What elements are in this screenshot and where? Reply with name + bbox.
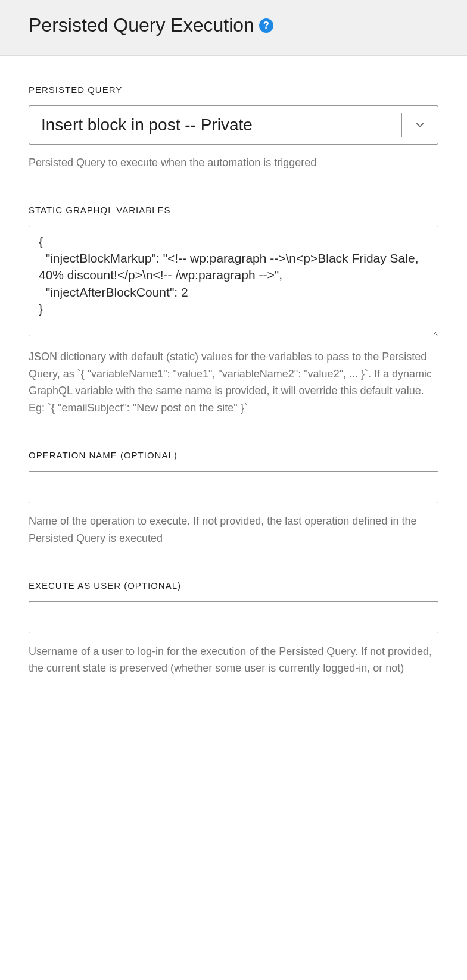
operation-name-input[interactable] <box>29 471 438 503</box>
form-body: PERSISTED QUERY Insert block in post -- … <box>0 56 467 739</box>
execute-as-user-help: Username of a user to log-in for the exe… <box>29 643 438 678</box>
persisted-query-select[interactable]: Insert block in post -- Private <box>29 105 438 145</box>
operation-name-help: Name of the operation to execute. If not… <box>29 513 438 547</box>
operation-name-label: OPERATION NAME (OPTIONAL) <box>29 450 438 460</box>
chevron-down-icon[interactable] <box>402 106 438 144</box>
persisted-query-help: Persisted Query to execute when the auto… <box>29 154 438 171</box>
static-vars-textarea[interactable]: { "injectBlockMarkup": "<!-- wp:paragrap… <box>29 226 438 336</box>
persisted-query-label: PERSISTED QUERY <box>29 85 438 95</box>
persisted-query-value: Insert block in post -- Private <box>29 106 401 144</box>
execute-as-user-input[interactable] <box>29 601 438 633</box>
field-group-operation-name: OPERATION NAME (OPTIONAL) Name of the op… <box>29 450 438 547</box>
execute-as-user-label: EXECUTE AS USER (OPTIONAL) <box>29 580 438 591</box>
header-section: Persisted Query Execution ? <box>0 0 467 56</box>
static-vars-label: STATIC GRAPHQL VARIABLES <box>29 205 438 215</box>
field-group-static-vars: STATIC GRAPHQL VARIABLES { "injectBlockM… <box>29 205 438 417</box>
field-group-execute-as-user: EXECUTE AS USER (OPTIONAL) Username of a… <box>29 580 438 678</box>
field-group-persisted-query: PERSISTED QUERY Insert block in post -- … <box>29 85 438 171</box>
page-title: Persisted Query Execution ? <box>29 14 273 36</box>
page-title-text: Persisted Query Execution <box>29 14 254 36</box>
static-vars-help: JSON dictionary with default (static) va… <box>29 348 438 417</box>
help-icon[interactable]: ? <box>259 18 273 33</box>
